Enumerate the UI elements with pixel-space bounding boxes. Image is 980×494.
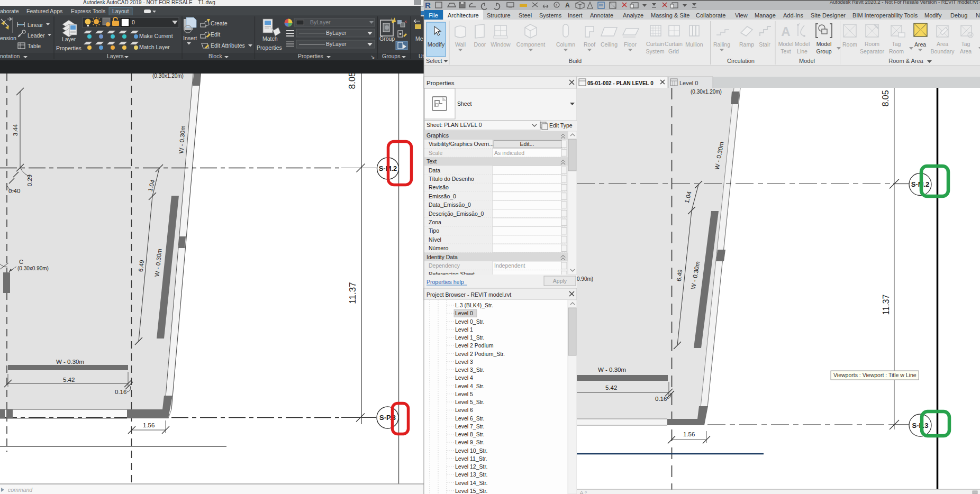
svg-text:0.16: 0.16 xyxy=(655,396,667,402)
svg-text:Descrição_Emissão_0: Descrição_Emissão_0 xyxy=(429,211,484,217)
svg-text:Floor: Floor xyxy=(624,41,637,48)
svg-text:Data: Data xyxy=(429,167,440,173)
svg-text:Identity Data: Identity Data xyxy=(427,254,458,260)
svg-text:ByLayer: ByLayer xyxy=(326,30,347,36)
svg-text:Level 0: Level 0 xyxy=(679,80,698,86)
svg-text:Emissão_0: Emissão_0 xyxy=(429,193,456,199)
svg-text:Text: Text xyxy=(427,158,437,164)
svg-text:Wall: Wall xyxy=(455,41,466,48)
svg-text:Block: Block xyxy=(208,53,222,59)
svg-text:Table: Table xyxy=(28,43,41,49)
svg-text:As indicated: As indicated xyxy=(494,150,524,156)
svg-text:Boundary: Boundary xyxy=(931,48,955,54)
svg-text:Architecture: Architecture xyxy=(448,12,479,19)
svg-text:Properties help: Properties help xyxy=(427,279,464,285)
svg-text:Mullion: Mullion xyxy=(685,41,703,48)
svg-text:Separator: Separator xyxy=(860,48,885,54)
svg-text:Level 0_Str.: Level 0_Str. xyxy=(455,318,484,325)
svg-text:Railing: Railing xyxy=(713,41,730,48)
svg-text:A: A xyxy=(781,24,790,39)
svg-text:Level 1_Str.: Level 1_Str. xyxy=(455,334,484,341)
svg-text:ByLayer: ByLayer xyxy=(310,19,331,25)
svg-text:W - 0.30m: W - 0.30m xyxy=(56,359,84,365)
svg-text:Debug: Debug xyxy=(950,12,967,19)
svg-text:Room: Room xyxy=(865,41,879,47)
svg-text:Area: Area xyxy=(914,41,926,48)
svg-text:Level 14_Str.: Level 14_Str. xyxy=(455,480,487,486)
svg-text:Autodesk Revit 2020.2 - Not Fo: Autodesk Revit 2020.2 - Not For Resale V… xyxy=(830,0,980,5)
svg-text:C: C xyxy=(19,259,23,265)
svg-text:Analyze: Analyze xyxy=(623,12,643,19)
svg-text:Me: Me xyxy=(415,35,423,42)
svg-text:Group: Group xyxy=(816,48,831,54)
svg-text:Edit...: Edit... xyxy=(520,141,534,147)
svg-text:Create: Create xyxy=(211,20,228,26)
svg-text:Layers: Layers xyxy=(107,53,124,59)
svg-text:Level 11_Str.: Level 11_Str. xyxy=(455,455,487,462)
svg-text:Layout: Layout xyxy=(112,8,129,14)
svg-text:3.44: 3.44 xyxy=(12,124,19,136)
svg-text:Insert: Insert xyxy=(568,12,583,19)
svg-text:Column: Column xyxy=(556,41,575,48)
svg-text:8.05: 8.05 xyxy=(347,71,357,89)
svg-text:Ut: Ut xyxy=(419,53,424,59)
svg-text:Collaborate: Collaborate xyxy=(696,12,725,19)
svg-text:11.37: 11.37 xyxy=(348,282,358,304)
svg-text:Level 3: Level 3 xyxy=(455,359,473,365)
svg-text:Número: Número xyxy=(429,245,449,251)
svg-text:Match Layer: Match Layer xyxy=(139,44,170,50)
svg-text:Edit: Edit xyxy=(211,31,220,38)
svg-text:Level 3_Str.: Level 3_Str. xyxy=(455,367,484,373)
svg-text:Edit Attributes: Edit Attributes xyxy=(211,42,245,49)
svg-text:Model: Model xyxy=(816,41,832,47)
svg-text:5.42: 5.42 xyxy=(605,385,617,391)
svg-text:1.56: 1.56 xyxy=(683,431,695,437)
svg-text:Properties: Properties xyxy=(257,44,282,51)
svg-text:ension: ension xyxy=(0,35,16,41)
svg-text:Grid: Grid xyxy=(668,48,679,54)
svg-text:T1.dwg: T1.dwg xyxy=(198,0,215,5)
svg-text:Linear: Linear xyxy=(28,22,43,28)
svg-text:Level 0: Level 0 xyxy=(455,310,473,316)
svg-text:Revisão: Revisão xyxy=(429,184,449,190)
svg-text:6.49: 6.49 xyxy=(138,260,145,272)
svg-text:Level 4: Level 4 xyxy=(455,374,473,381)
svg-text:Modify: Modify xyxy=(428,41,445,48)
svg-text:Manage: Manage xyxy=(755,12,776,19)
svg-text:Level 5_Str.: Level 5_Str. xyxy=(455,399,484,405)
svg-text:Modify: Modify xyxy=(924,12,942,19)
svg-text:Circulation: Circulation xyxy=(727,58,755,64)
svg-text:Level 9_Str.: Level 9_Str. xyxy=(455,439,484,445)
svg-text:Data_Emissão_0: Data_Emissão_0 xyxy=(429,202,471,208)
svg-text:Layer: Layer xyxy=(62,36,76,42)
svg-text:05-01-002 - PLAN LEVEL 0: 05-01-002 - PLAN LEVEL 0 xyxy=(587,80,654,86)
svg-text:Level 7_Str.: Level 7_Str. xyxy=(455,423,484,429)
svg-text:A: A xyxy=(565,2,570,9)
svg-text:N: N xyxy=(976,12,980,19)
svg-text:Insert: Insert xyxy=(183,35,197,41)
svg-text:Sheet: PLAN LEVEL 0: Sheet: PLAN LEVEL 0 xyxy=(427,122,482,128)
svg-text:Título do Desenho: Título do Desenho xyxy=(429,176,474,182)
svg-text:0.29: 0.29 xyxy=(26,175,33,186)
svg-text:Level 6_Str.: Level 6_Str. xyxy=(455,415,484,422)
svg-text:Project Browser - REVIT model.: Project Browser - REVIT model.rvt xyxy=(427,291,511,298)
svg-text:Stair: Stair xyxy=(759,41,770,48)
svg-text:Level 1: Level 1 xyxy=(455,326,473,333)
svg-text:0.16: 0.16 xyxy=(115,389,126,395)
svg-text:Level 5: Level 5 xyxy=(455,391,473,397)
svg-text:command: command xyxy=(8,487,33,493)
svg-text:Nível: Nível xyxy=(429,236,441,243)
svg-text:Build: Build xyxy=(569,58,582,64)
svg-text:Level 10_Str.: Level 10_Str. xyxy=(455,447,487,454)
svg-text:Express Tools: Express Tools xyxy=(71,8,105,14)
svg-text:Curtain: Curtain xyxy=(646,41,664,47)
svg-text:Featured Apps: Featured Apps xyxy=(26,8,62,14)
svg-text:11.37: 11.37 xyxy=(882,294,891,315)
svg-text:Properties: Properties xyxy=(427,80,455,86)
svg-text:Graphics: Graphics xyxy=(427,132,449,139)
svg-text:8.05: 8.05 xyxy=(881,90,890,106)
svg-text:View: View xyxy=(735,12,748,19)
svg-text:Dependency: Dependency xyxy=(429,262,460,269)
svg-text:Annotate: Annotate xyxy=(590,12,613,19)
svg-text:Level 13_Str.: Level 13_Str. xyxy=(455,471,487,478)
